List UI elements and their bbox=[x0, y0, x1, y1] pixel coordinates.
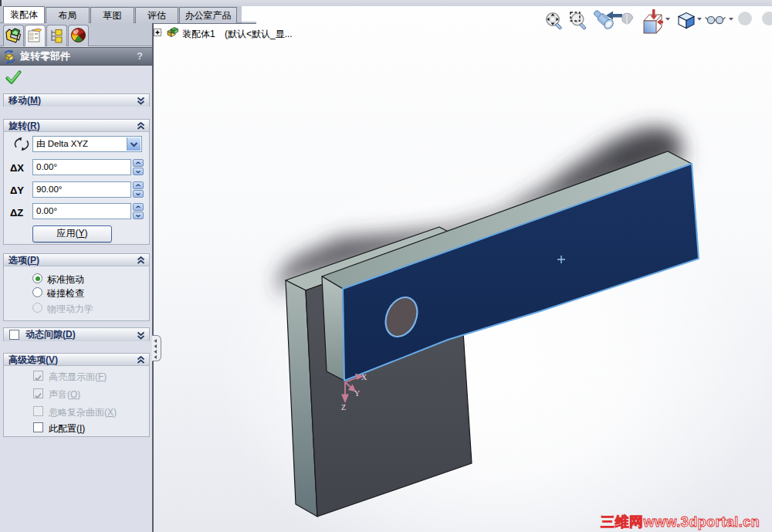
svg-text:X: X bbox=[361, 373, 367, 381]
svg-text:Z: Z bbox=[341, 403, 346, 412]
svg-text:Y: Y bbox=[354, 389, 360, 398]
